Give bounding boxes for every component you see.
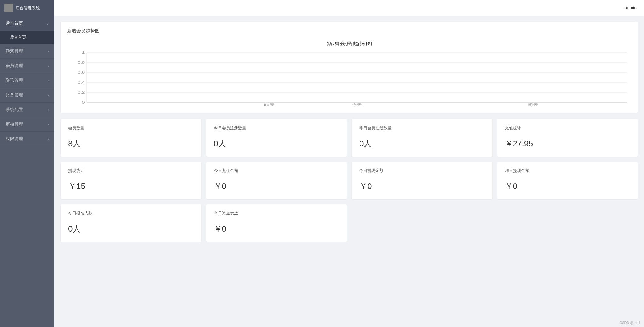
chevron-audit-icon: ›: [48, 122, 49, 126]
svg-text:0.4: 0.4: [78, 81, 85, 84]
stat-value-recharge-total: ￥27.95: [505, 138, 631, 149]
sidebar-item-permission[interactable]: 权限管理 ›: [0, 132, 54, 146]
chevron-system-icon: ›: [48, 108, 49, 112]
main-content: admin 新增会员趋势图 新增会员趋势图 1 0.8: [54, 0, 644, 327]
stat-card-recharge-total: 充值统计 ￥27.95: [497, 119, 638, 157]
content-area: 新增会员趋势图 新增会员趋势图 1 0.8 0.6: [54, 16, 644, 327]
chevron-dashboard-icon: ∨: [46, 22, 49, 26]
stat-card-yesterday-reg: 昨日会员注册数量 0人: [352, 119, 492, 157]
stat-label-today-recharge: 今日充值金额: [214, 168, 340, 173]
logo-icon: [4, 4, 13, 12]
stat-label-today-withdraw: 今日提现金额: [359, 168, 485, 173]
chart-area: 新增会员趋势图 1 0.8 0.6 0.4 0.2: [67, 38, 632, 107]
stat-label-yesterday-reg: 昨日会员注册数量: [359, 125, 485, 131]
chevron-member-icon: ›: [48, 64, 49, 68]
nav-section-news: 资讯管理 ›: [0, 73, 54, 88]
sidebar-logo: 后台管理系统: [0, 0, 54, 16]
nav-section-game: 游戏管理 ›: [0, 44, 54, 59]
stat-value-withdraw-total: ￥15: [68, 181, 194, 192]
stat-label-today-reg: 今日会员注册数量: [214, 125, 340, 131]
stat-card-members: 会员数量 8人: [61, 119, 201, 157]
stat-value-yesterday-withdraw: ￥0: [505, 181, 631, 192]
sidebar-item-dashboard-label: 后台首页: [6, 21, 23, 26]
svg-text:0.2: 0.2: [78, 90, 85, 94]
stat-card-today-recharge: 今日充值金额 ￥0: [206, 162, 347, 199]
stat-label-recharge-total: 充值统计: [505, 125, 631, 131]
sidebar-item-audit-label: 审核管理: [6, 122, 23, 127]
stats-row-2: 提现统计 ￥15 今日充值金额 ￥0 今日提现金额 ￥0 昨日提现金额 ￥0: [61, 162, 638, 199]
stat-value-today-signups: 0人: [68, 223, 194, 234]
svg-text:昨天: 昨天: [264, 103, 275, 107]
stat-label-today-signups: 今日报名人数: [68, 210, 194, 216]
sidebar-item-audit[interactable]: 审核管理 ›: [0, 117, 54, 131]
svg-text:0: 0: [82, 100, 85, 104]
stat-card-withdraw-total: 提现统计 ￥15: [61, 162, 201, 199]
stat-card-today-prize: 今日奖金发放 ￥0: [206, 204, 347, 242]
stat-value-yesterday-reg: 0人: [359, 138, 485, 149]
chevron-news-icon: ›: [48, 79, 49, 82]
nav-section-audit: 审核管理 ›: [0, 117, 54, 132]
nav-section-member: 会员管理 ›: [0, 59, 54, 73]
stat-label-today-prize: 今日奖金发放: [214, 210, 340, 216]
nav-section-dashboard: 后台首页 ∨ 后台首页: [0, 16, 54, 44]
stat-card-yesterday-withdraw: 昨日提现金额 ￥0: [497, 162, 638, 199]
stat-label-withdraw-total: 提现统计: [68, 168, 194, 173]
sidebar-item-member[interactable]: 会员管理 ›: [0, 59, 54, 73]
stat-value-today-prize: ￥0: [214, 223, 340, 234]
sidebar-item-news[interactable]: 资讯管理 ›: [0, 73, 54, 88]
stats-row-3: 今日报名人数 0人 今日奖金发放 ￥0: [61, 204, 638, 242]
chevron-game-icon: ›: [48, 49, 49, 53]
stat-value-today-withdraw: ￥0: [359, 181, 485, 192]
chart-svg: 新增会员趋势图 1 0.8 0.6 0.4 0.2: [67, 38, 632, 107]
svg-text:1: 1: [82, 51, 85, 54]
sidebar-item-system[interactable]: 系统配置 ›: [0, 103, 54, 117]
svg-text:明天: 明天: [528, 103, 538, 107]
sidebar-sub-item-label: 后台首页: [10, 35, 26, 39]
svg-text:今天: 今天: [352, 103, 362, 107]
svg-text:新增会员趋势图: 新增会员趋势图: [326, 41, 373, 46]
stats-row-1: 会员数量 8人 今日会员注册数量 0人 昨日会员注册数量 0人 充值统计 ￥27…: [61, 119, 638, 157]
stat-value-members: 8人: [68, 138, 194, 149]
sidebar-item-news-label: 资讯管理: [6, 78, 23, 83]
sidebar-item-member-label: 会员管理: [6, 63, 23, 69]
logo-text: 后台管理系统: [16, 5, 40, 11]
admin-name: admin: [625, 5, 637, 10]
sidebar-item-game[interactable]: 游戏管理 ›: [0, 44, 54, 58]
stat-value-today-reg: 0人: [214, 138, 340, 149]
sidebar: 后台管理系统 后台首页 ∨ 后台首页 游戏管理 › 会员管理 › 资讯管理 › …: [0, 0, 54, 327]
stat-label-yesterday-withdraw: 昨日提现金额: [505, 168, 631, 173]
sidebar-item-finance[interactable]: 财务管理 ›: [0, 88, 54, 102]
stat-value-today-recharge: ￥0: [214, 181, 340, 192]
sidebar-item-system-label: 系统配置: [6, 107, 23, 113]
chevron-finance-icon: ›: [48, 93, 49, 97]
svg-text:0.8: 0.8: [78, 61, 85, 64]
sidebar-sub-item-dashboard-home[interactable]: 后台首页: [0, 31, 54, 44]
sidebar-item-dashboard[interactable]: 后台首页 ∨: [0, 16, 54, 31]
chart-title-outside: 新增会员趋势图: [67, 28, 632, 34]
chevron-permission-icon: ›: [48, 137, 49, 141]
stat-card-today-withdraw: 今日提现金额 ￥0: [352, 162, 492, 199]
chart-card: 新增会员趋势图 新增会员趋势图 1 0.8 0.6: [61, 22, 638, 113]
watermark: CSDN @thh1: [619, 321, 640, 325]
stat-card-today-signups: 今日报名人数 0人: [61, 204, 201, 242]
stat-label-members: 会员数量: [68, 125, 194, 131]
nav-section-finance: 财务管理 ›: [0, 88, 54, 103]
sidebar-item-game-label: 游戏管理: [6, 48, 23, 54]
nav-section-permission: 权限管理 ›: [0, 132, 54, 146]
sidebar-item-permission-label: 权限管理: [6, 136, 23, 142]
topbar: admin: [54, 0, 644, 16]
stat-card-today-reg: 今日会员注册数量 0人: [206, 119, 347, 157]
sidebar-item-finance-label: 财务管理: [6, 92, 23, 98]
nav-section-system: 系统配置 ›: [0, 103, 54, 117]
svg-text:0.6: 0.6: [78, 71, 85, 74]
